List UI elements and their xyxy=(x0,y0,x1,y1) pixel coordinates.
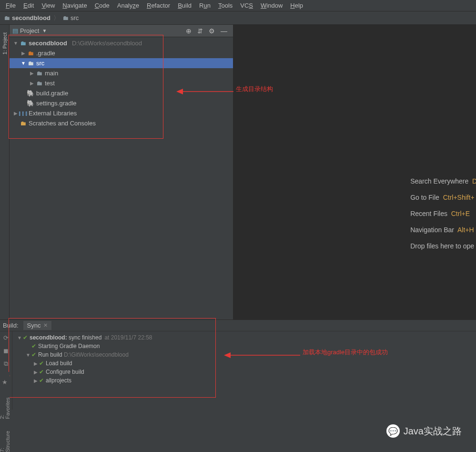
project-panel-header: ▤ Project ▼ ⊕ ⇵ ⚙ — xyxy=(10,25,233,37)
menu-edit[interactable]: Edit xyxy=(20,1,38,10)
welcome-hints: Search Everywhere Do Go to File Ctrl+Shi… xyxy=(410,177,476,258)
minimize-icon[interactable]: — xyxy=(221,27,227,35)
folder-icon: 🖿 xyxy=(27,50,34,57)
tree-gradle-folder[interactable]: ▶ 🖿 .gradle xyxy=(10,48,233,58)
breadcrumb-child[interactable]: src xyxy=(71,14,79,21)
check-icon: ✔ xyxy=(31,343,36,349)
sidebar-tab-project[interactable]: 1: Project xyxy=(2,30,8,57)
expand-arrow-icon[interactable]: ▼ xyxy=(20,61,27,66)
build-configure-build[interactable]: ▶ ✔ Configure build xyxy=(14,368,474,376)
menu-file[interactable]: File xyxy=(2,1,20,10)
tree-root[interactable]: ▼ 🖿 secondblood D:\GitWorks\secondblood xyxy=(10,38,233,48)
menu-analyze[interactable]: Analyze xyxy=(113,1,143,10)
hint-recent-files: Recent Files Ctrl+E xyxy=(410,210,476,217)
folder-icon: 🖿 xyxy=(35,80,43,87)
libraries-icon: ⫿⫿⫿ xyxy=(19,110,27,117)
project-panel: ▤ Project ▼ ⊕ ⇵ ⚙ — ▼ 🖿 secondblood D:\G… xyxy=(10,25,233,319)
menubar: File Edit View Navigate Code Analyze Ref… xyxy=(0,0,476,11)
close-icon[interactable]: ✕ xyxy=(43,322,48,329)
layout-icon[interactable]: ⧉ xyxy=(4,360,8,368)
tree-item-label: Scratches and Consoles xyxy=(29,120,96,127)
build-allprojects[interactable]: ▶ ✔ allprojects xyxy=(14,376,474,385)
breadcrumb-root[interactable]: secondblood xyxy=(12,14,51,21)
tree-main-folder[interactable]: ▶ 🖿 main xyxy=(10,68,233,78)
svg-marker-1 xyxy=(176,89,183,94)
expand-arrow-icon[interactable]: ▼ xyxy=(25,352,31,358)
annotation-text: 加载本地gradle目录中的包成功 xyxy=(303,348,388,357)
expand-arrow-icon[interactable]: ▼ xyxy=(16,335,23,340)
menu-tools[interactable]: Tools xyxy=(214,1,236,10)
tree-external-libraries[interactable]: ▶ ⫿⫿⫿ External Libraries xyxy=(10,108,233,118)
project-view-icon: ▤ xyxy=(12,27,18,34)
tree-item-label: settings.gradle xyxy=(36,100,77,107)
tree-item-label: External Libraries xyxy=(29,110,77,117)
folder-icon: 🖿 xyxy=(4,14,10,21)
gradle-file-icon: 🐘 xyxy=(27,100,34,107)
tree-item-label: build.gradle xyxy=(36,90,68,97)
collapse-icon[interactable]: ⇵ xyxy=(197,27,203,35)
menu-view[interactable]: View xyxy=(38,1,59,10)
project-view-label[interactable]: Project xyxy=(20,27,39,34)
star-icon: ★ xyxy=(2,379,8,386)
module-icon: 🖿 xyxy=(19,40,27,47)
check-icon: ✔ xyxy=(39,360,44,367)
hint-drop-files: Drop files here to ope xyxy=(410,242,476,250)
check-icon: ✔ xyxy=(39,369,44,375)
expand-arrow-icon[interactable]: ▶ xyxy=(20,51,27,56)
folder-icon: 🖿 xyxy=(35,70,43,77)
scratches-icon: 🖿 xyxy=(19,120,27,127)
build-root-name: secondblood: xyxy=(30,334,67,341)
hint-search-everywhere: Search Everywhere Do xyxy=(410,177,476,185)
expand-arrow-icon[interactable]: ▶ xyxy=(29,71,35,76)
tree-item-label: .gradle xyxy=(36,50,55,57)
menu-window[interactable]: Window xyxy=(257,1,286,10)
build-title: Build: xyxy=(3,322,19,329)
watermark-text: Java实战之路 xyxy=(404,425,462,438)
annotation-arrow-icon xyxy=(176,87,233,96)
tree-settings-gradle[interactable]: 🐘 settings.gradle xyxy=(10,98,233,108)
expand-arrow-icon[interactable]: ▶ xyxy=(32,378,39,383)
folder-icon: 🖿 xyxy=(62,14,69,21)
sidebar-tab-structure[interactable]: 7: Structure xyxy=(0,429,10,452)
menu-code[interactable]: Code xyxy=(91,1,113,10)
menu-run[interactable]: Run xyxy=(195,1,214,10)
breadcrumb: 🖿 secondblood 〉 🖿 src xyxy=(0,11,476,25)
build-daemon[interactable]: ✔ Starting Gradle Daemon xyxy=(14,342,474,350)
build-tab-label: Sync xyxy=(27,322,41,329)
sidebar-tab-favorites[interactable]: 2: Favorites xyxy=(0,395,10,419)
gear-icon[interactable]: ⚙ xyxy=(209,27,215,35)
tree-item-label: src xyxy=(36,60,44,67)
editor-area: Search Everywhere Do Go to File Ctrl+Shi… xyxy=(233,25,476,319)
build-item-path: D:\GitWorks\secondblood xyxy=(64,351,129,358)
svg-marker-3 xyxy=(224,352,231,358)
refresh-icon[interactable]: ⟳ xyxy=(3,334,9,341)
menu-navigate[interactable]: Navigate xyxy=(59,1,91,10)
build-tree: ▼ ✔ secondblood: sync finished at 2019/1… xyxy=(12,331,476,410)
build-root[interactable]: ▼ ✔ secondblood: sync finished at 2019/1… xyxy=(14,333,474,342)
build-root-status: sync finished xyxy=(69,334,101,341)
expand-arrow-icon[interactable]: ▶ xyxy=(29,81,35,86)
tree-scratches[interactable]: 🖿 Scratches and Consoles xyxy=(10,118,233,128)
expand-arrow-icon[interactable]: ▶ xyxy=(32,361,39,366)
check-icon: ✔ xyxy=(23,334,28,341)
dropdown-arrow-icon[interactable]: ▼ xyxy=(42,28,47,33)
build-root-timestamp: at 2019/11/7 22:58 xyxy=(104,334,152,341)
menu-vcs[interactable]: VCS xyxy=(236,1,257,10)
build-load-build[interactable]: ▶ ✔ Load build xyxy=(14,359,474,368)
hint-navigation-bar: Navigation Bar Alt+H xyxy=(410,226,476,234)
left-tool-gutter: 1: Project xyxy=(0,25,10,319)
watermark: 💬 Java实战之路 xyxy=(386,424,462,438)
expand-arrow-icon[interactable]: ▶ xyxy=(32,370,39,375)
wechat-icon: 💬 xyxy=(386,424,400,438)
expand-arrow-icon[interactable]: ▼ xyxy=(12,41,19,46)
menu-refactor[interactable]: Refactor xyxy=(143,1,174,10)
build-item-label: Run build xyxy=(38,351,62,358)
tree-src-folder[interactable]: ▼ 🖿 src xyxy=(10,58,233,68)
menu-help[interactable]: Help xyxy=(286,1,307,10)
build-tab-sync[interactable]: Sync ✕ xyxy=(23,321,52,330)
stop-icon[interactable]: ◼ xyxy=(3,347,9,354)
menu-build[interactable]: Build xyxy=(174,1,195,10)
tree-item-label: main xyxy=(45,70,58,77)
build-item-label: Starting Gradle Daemon xyxy=(38,343,100,349)
locate-icon[interactable]: ⊕ xyxy=(186,27,192,35)
